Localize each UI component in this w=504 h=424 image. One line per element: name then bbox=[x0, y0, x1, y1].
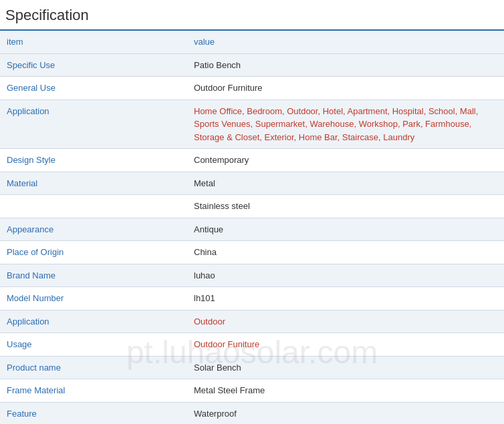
row-item: Brand Name bbox=[0, 264, 187, 287]
row-value: lh101 bbox=[187, 287, 504, 310]
row-item: Application bbox=[0, 99, 187, 149]
table-row: Frame MaterialMetal Steel Frame bbox=[0, 379, 504, 403]
row-value: Stainless steel bbox=[187, 195, 504, 218]
row-value: Waterproof bbox=[187, 402, 504, 424]
table-row: Stainless steel bbox=[0, 195, 504, 218]
row-value: Antique bbox=[187, 218, 504, 241]
table-row: AppearanceAntique bbox=[0, 218, 504, 241]
row-item: Frame Material bbox=[0, 379, 187, 403]
row-value: China bbox=[187, 241, 504, 264]
row-item: Usage bbox=[0, 333, 187, 357]
table-row: UsageOutdoor Funiture bbox=[0, 333, 504, 357]
row-value: Solar Bench bbox=[187, 356, 504, 379]
row-item: Specific Use bbox=[0, 53, 187, 77]
row-item: Model Number bbox=[0, 287, 187, 310]
table-row: ApplicationHome Office, Bedroom, Outdoor… bbox=[0, 99, 504, 149]
header-value: value bbox=[187, 31, 504, 53]
table-header-row: item value bbox=[0, 31, 504, 53]
row-value: Outdoor bbox=[187, 310, 504, 333]
row-item: General Use bbox=[0, 77, 187, 100]
page-title: Specification bbox=[0, 0, 504, 31]
row-item: Material bbox=[0, 172, 187, 195]
row-item: Product name bbox=[0, 356, 187, 379]
row-value: Contemporary bbox=[187, 149, 504, 172]
table-row: Brand Nameluhao bbox=[0, 264, 504, 287]
row-item: Feature bbox=[0, 402, 187, 424]
table-row: FeatureWaterproof bbox=[0, 402, 504, 424]
row-item bbox=[0, 195, 187, 218]
row-value: luhao bbox=[187, 264, 504, 287]
row-value: Metal bbox=[187, 172, 504, 195]
table-row: Place of OriginChina bbox=[0, 241, 504, 264]
row-value: Metal Steel Frame bbox=[187, 379, 504, 403]
table-row: General UseOutdoor Furniture bbox=[0, 77, 504, 100]
table-row: ApplicationOutdoor bbox=[0, 310, 504, 333]
table-row: Specific UsePatio Bench bbox=[0, 53, 504, 77]
row-value: Outdoor Furniture bbox=[187, 77, 504, 100]
row-item: Application bbox=[0, 310, 187, 333]
row-value: Home Office, Bedroom, Outdoor, Hotel, Ap… bbox=[187, 99, 504, 149]
header-item: item bbox=[0, 31, 187, 53]
row-item: Place of Origin bbox=[0, 241, 187, 264]
table-row: Design StyleContemporary bbox=[0, 149, 504, 172]
row-value: Patio Bench bbox=[187, 53, 504, 77]
row-item: Appearance bbox=[0, 218, 187, 241]
table-row: Product nameSolar Bench bbox=[0, 356, 504, 379]
specification-table: item value Specific UsePatio BenchGenera… bbox=[0, 31, 504, 424]
table-row: Model Numberlh101 bbox=[0, 287, 504, 310]
table-row: MaterialMetal bbox=[0, 172, 504, 195]
row-item: Design Style bbox=[0, 149, 187, 172]
row-value: Outdoor Funiture bbox=[187, 333, 504, 357]
